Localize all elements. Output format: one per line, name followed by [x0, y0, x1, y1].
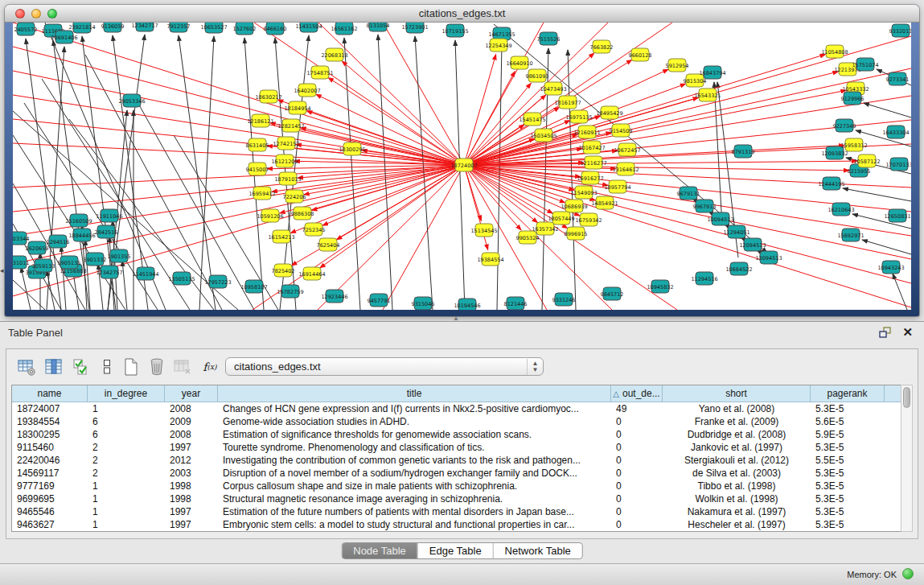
graph-node[interactable]: 11451944 [132, 267, 158, 280]
graph-node[interactable]: 11294051 [723, 225, 749, 238]
graph-node[interactable]: 15134545 [470, 224, 497, 237]
graph-node[interactable]: 9315046 [412, 297, 435, 310]
graph-node[interactable]: 9660128 [629, 48, 652, 61]
column-header-title[interactable]: title [218, 385, 611, 402]
graph-node[interactable]: 5901332 [84, 253, 107, 266]
delete-column-icon[interactable] [146, 356, 167, 377]
float-panel-icon[interactable] [879, 327, 892, 338]
zoom-button[interactable] [47, 9, 57, 19]
table-row[interactable]: 2242004622012Investigating the contribut… [12, 454, 901, 467]
graph-node[interactable]: 7825402 [272, 264, 295, 277]
table-row[interactable]: 1456911722003Disruption of a novel membe… [12, 467, 901, 480]
scrollbar-thumb[interactable] [903, 387, 910, 408]
graph-node[interactable]: 12444195 [818, 177, 844, 190]
graph-node[interactable]: 1901355 [108, 249, 131, 262]
graph-node[interactable]: 16210643 [827, 203, 854, 216]
graph-node[interactable]: 12923446 [321, 290, 347, 303]
graph-node[interactable]: 16916277 [577, 171, 603, 184]
graph-node[interactable]: 23921814 [68, 23, 95, 33]
column-header-short[interactable]: short [663, 385, 811, 402]
graph-node[interactable]: 18844456 [68, 229, 95, 241]
graph-node[interactable]: 2842516 [95, 225, 118, 238]
graph-node[interactable]: 9967913 [693, 200, 717, 212]
network-graph[interactable]: 2405572111568823921814206914069136059123… [13, 23, 911, 310]
graph-node[interactable]: 10943243 [877, 261, 904, 274]
graph-node[interactable]: 1294516 [47, 235, 70, 248]
graph-node[interactable]: 12342717 [131, 23, 158, 31]
graph-node[interactable]: 9415007 [246, 163, 269, 175]
function-builder-icon[interactable]: f(x) [199, 356, 220, 377]
graph-node[interactable]: 19384554 [477, 253, 503, 266]
graph-node[interactable]: 8121446 [504, 297, 528, 310]
graph-node[interactable]: 9905324 [516, 231, 540, 244]
graph-node[interactable]: 12742152 [273, 137, 299, 150]
column-header-year[interactable]: year [165, 385, 218, 402]
graph-node[interactable]: 9227349 [833, 119, 856, 132]
graph-node[interactable]: 2620659 [26, 241, 49, 254]
graph-node[interactable]: 10473493 [540, 82, 566, 95]
graph-node[interactable]: 1527602 [233, 23, 257, 35]
table-row[interactable]: 946554611997Estimation of the future num… [12, 505, 901, 518]
column-header-name[interactable]: name [12, 385, 88, 402]
tab-edge-table[interactable]: Edge Table [418, 543, 494, 558]
network-canvas[interactable]: 2405572111568823921814206914069136059123… [13, 23, 911, 310]
graph-node[interactable]: 25160509 [65, 214, 92, 227]
graph-node[interactable]: 16433304 [882, 126, 909, 138]
graph-node[interactable]: 9679131 [677, 187, 700, 200]
graph-node[interactable]: 2405572 [14, 23, 38, 35]
delete-table-icon[interactable] [172, 356, 193, 377]
graph-node[interactable]: 7515526 [537, 32, 561, 45]
graph-node[interactable]: 7224206 [283, 190, 306, 203]
graph-node[interactable]: 8791319 [732, 145, 755, 158]
table-row[interactable]: 969969511998Structural magnetic resonanc… [12, 492, 901, 505]
table-row[interactable]: 1830029562008Estimation of significance … [12, 428, 901, 441]
table-row[interactable]: 1872400712008Changes of HCN gene express… [12, 402, 901, 415]
graph-node[interactable]: 10686939 [561, 200, 587, 212]
graph-node[interactable]: 10591206 [257, 209, 283, 222]
graph-node[interactable]: 29053346 [118, 94, 145, 107]
graph-node[interactable]: 16959412 [248, 187, 275, 200]
show-columns-icon[interactable] [43, 356, 64, 377]
minimize-button[interactable] [31, 9, 41, 19]
graph-node[interactable]: 7912357 [167, 23, 191, 32]
graph-node[interactable]: 10945832 [647, 280, 673, 293]
graph-node[interactable]: 9332013 [889, 24, 911, 37]
graph-node[interactable]: 10958107 [240, 280, 267, 293]
graph-node[interactable]: 13094513 [755, 251, 782, 264]
graph-node[interactable]: 18161977 [554, 96, 581, 109]
graph-node[interactable]: 17548751 [306, 66, 333, 79]
create-column-icon[interactable] [121, 356, 142, 377]
rows-icon[interactable] [97, 356, 117, 377]
graph-node[interactable]: 8996915 [565, 227, 588, 240]
graph-node[interactable]: 10094513 [707, 212, 733, 225]
graph-node[interactable]: 10684522 [725, 262, 752, 275]
table-row[interactable]: 946362711997Embryonic stem cells: a mode… [12, 518, 901, 531]
graph-node[interactable]: 11431504 [295, 23, 322, 32]
column-header-in_degree[interactable]: in_degree [88, 385, 165, 402]
graph-node[interactable]: 9886308 [291, 207, 314, 220]
graph-node[interactable]: 12186121 [247, 114, 273, 127]
graph-node[interactable]: 9273341 [886, 72, 910, 85]
tab-node-table[interactable]: Node Table [342, 543, 418, 558]
graph-node[interactable]: 5912954 [666, 59, 689, 72]
graph-node[interactable]: 10719155 [441, 24, 468, 37]
table-row[interactable]: 911546021997Tourette syndrome. Phenomeno… [12, 441, 901, 454]
graph-node[interactable]: 17957223 [204, 275, 231, 288]
graph-node[interactable]: 9131011 [13, 256, 29, 269]
graph-node[interactable]: 9129966 [841, 92, 864, 105]
graph-node[interactable]: 11294516 [691, 272, 717, 285]
column-header-pagerank[interactable]: pagerank [811, 385, 885, 402]
graph-node[interactable]: 11549093 [570, 186, 597, 199]
graph-node[interactable]: 15723901 [401, 23, 428, 33]
column-header-out_degree[interactable]: △out_de... [611, 385, 663, 402]
graph-node[interactable]: 9457791 [368, 294, 391, 307]
graph-node[interactable]: 9136059 [101, 23, 125, 32]
graph-node[interactable]: 16561162 [331, 23, 357, 35]
graph-node[interactable]: 12094513 [739, 238, 766, 251]
graph-node[interactable]: 5905135 [58, 256, 81, 269]
graph-node[interactable]: 22068318 [321, 48, 347, 61]
table-mode-icon[interactable] [16, 356, 37, 377]
graph-node[interactable]: 7663822 [590, 40, 614, 53]
close-button[interactable] [15, 9, 25, 19]
graph-node[interactable]: 16640910 [506, 56, 532, 69]
